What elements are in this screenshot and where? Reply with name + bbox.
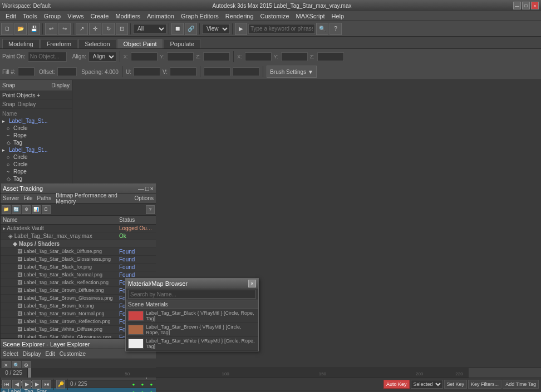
tree-item-0[interactable]: ▸ Label_Tag_St... (1, 117, 71, 125)
menu-rendering[interactable]: Rendering (222, 13, 257, 19)
asset-row-file[interactable]: ◈ Label_Tag_Star_max_vray.max Ok (1, 232, 156, 240)
minimize-btn[interactable]: — (513, 2, 521, 9)
fill-input[interactable]: 10 (18, 67, 35, 76)
menu-maxscript[interactable]: MAXScript (293, 13, 328, 19)
asset-minimize[interactable]: — (138, 185, 144, 192)
rotate-btn[interactable]: ↻ (102, 23, 115, 35)
scale-btn[interactable]: ⊡ (116, 23, 128, 35)
menu-create[interactable]: Create (87, 13, 112, 19)
scene-menu-customize[interactable]: Customize (60, 351, 86, 357)
asset-menu-file[interactable]: File (23, 195, 32, 201)
v-input[interactable]: 0.000 (170, 67, 196, 76)
asset-row-2[interactable]: 🖼 Label_Tag_Star_Black_Glossiness.png Fo… (1, 256, 156, 264)
select-btn[interactable]: ↗ (76, 23, 88, 35)
brush-settings-btn[interactable]: Brush Settings ▼ (267, 66, 317, 78)
asset-tb-1[interactable]: 📁 (2, 205, 11, 214)
x-pct[interactable]: 100 (245, 52, 272, 61)
menu-animation[interactable]: Animation (144, 13, 178, 19)
new-btn[interactable]: 🗋 (1, 23, 13, 35)
link-btn[interactable]: 🔗 (185, 23, 197, 35)
play-btn[interactable]: ▶ (22, 380, 31, 389)
z-pct[interactable]: 100 (317, 52, 344, 61)
add-time-tag-btn[interactable]: Add Time Tag (503, 380, 539, 389)
scene-menu-display[interactable]: Display (23, 351, 41, 357)
paint-object-input[interactable] (28, 52, 67, 62)
z-coord[interactable]: 0 (203, 52, 230, 61)
h-input[interactable]: 0.000 (233, 67, 259, 76)
asset-row-1[interactable]: 🖼 Label_Tag_Star_Black_Diffuse.png Found (1, 248, 156, 256)
menu-customize[interactable]: Customize (257, 13, 293, 19)
asset-row-3[interactable]: 🖼 Label_Tag_Star_Black_Ior.png Found (1, 264, 156, 271)
asset-tb-6[interactable]: ? (146, 205, 155, 214)
snap-label[interactable]: Snap (2, 82, 15, 88)
tab-selection[interactable]: Selection (78, 39, 116, 48)
asset-maximize[interactable]: □ (145, 185, 149, 192)
menu-tools[interactable]: Tools (19, 13, 41, 19)
display-label[interactable]: Display (51, 82, 70, 88)
open-btn[interactable]: 📂 (14, 23, 27, 35)
search-btn[interactable]: 🔍 (316, 23, 328, 35)
redo-btn[interactable]: ↪ (58, 23, 71, 35)
y-pct[interactable]: 100 (281, 52, 308, 61)
tab-populate[interactable]: Populate (164, 39, 200, 48)
menu-edit[interactable]: Edit (2, 13, 19, 19)
menu-views[interactable]: Views (64, 13, 87, 19)
scene-menu-edit[interactable]: Edit (46, 351, 55, 357)
menu-help[interactable]: Help (328, 13, 348, 19)
asset-menu-server[interactable]: Server (3, 195, 19, 201)
tree-item-tag-2[interactable]: ◇ Tag (1, 175, 71, 182)
key-filters-btn[interactable]: Key Filters... (468, 380, 501, 389)
mat-row-white[interactable]: Label_Tag_Star_White { VRayMtl } [Circle… (126, 337, 258, 351)
tab-freeform[interactable]: Freeform (41, 39, 78, 48)
key-mode-btn[interactable]: 🔑 (56, 380, 65, 389)
undo-btn[interactable]: ↩ (45, 23, 57, 35)
menu-modifiers[interactable]: Modifiers (112, 13, 144, 19)
timeline[interactable]: 0 / 225 0 50 100 150 200 220 (0, 368, 541, 378)
maximize-btn[interactable]: □ (522, 2, 530, 9)
search-input[interactable] (248, 24, 315, 34)
tree-item-rope-1[interactable]: ~ Rope (1, 132, 71, 139)
menu-graph-editors[interactable]: Graph Editors (178, 13, 222, 19)
asset-tb-4[interactable]: 📊 (32, 205, 41, 214)
tree-item-circle-3[interactable]: ○ Circle (1, 161, 71, 168)
next-frame-btn[interactable]: ▶ (32, 380, 41, 389)
matbrowser-close[interactable]: × (248, 280, 256, 287)
auto-key-btn[interactable]: Auto Key (383, 380, 410, 389)
tree-item-1[interactable]: ▸ Label_Tag_St... (1, 146, 71, 153)
close-btn[interactable]: × (531, 2, 539, 9)
asset-close[interactable]: × (150, 185, 154, 192)
selected-dropdown[interactable]: Selected (411, 380, 443, 389)
layer-dropdown[interactable]: All (133, 24, 166, 34)
asset-tb-5[interactable]: 🗒 (42, 205, 51, 214)
menu-group[interactable]: Group (41, 13, 65, 19)
asset-menu-paths[interactable]: Paths (37, 195, 52, 201)
tab-modeling[interactable]: Modeling (2, 39, 40, 48)
prev-frame-btn[interactable]: ◀ (12, 380, 21, 389)
view-dropdown[interactable]: View (202, 24, 230, 34)
asset-row-maps[interactable]: ◆ Maps / Shaders (1, 240, 156, 248)
u-input[interactable]: 0.000 (134, 67, 160, 76)
y-coord[interactable]: 0 (167, 52, 194, 61)
tree-item-circle-1[interactable]: ○ Circle (1, 125, 71, 132)
timeline-scrubber[interactable]: 0 50 100 150 200 220 (28, 368, 469, 378)
go-end-btn[interactable]: ⏭ (42, 380, 51, 389)
move-btn[interactable]: ✛ (89, 23, 101, 35)
timeline-thumb[interactable] (28, 368, 31, 378)
mat-row-black[interactable]: Label_Tag_Star_Black { VRayMtl } [Circle… (126, 309, 258, 323)
asset-menu-options[interactable]: Options (135, 195, 154, 201)
matbrowser-search-input[interactable] (128, 290, 256, 299)
x-coord[interactable]: 0 (131, 52, 158, 61)
magnet-btn[interactable]: 🔲 (171, 23, 184, 35)
scene-row-labeltag[interactable]: ◈ Label_Tag_Star ● ● ● (1, 388, 156, 392)
tree-item-rope-2[interactable]: ~ Rope (1, 168, 71, 175)
mat-row-brown[interactable]: Label_Tag_Star_Brown { VRayMtl } [Circle… (126, 323, 258, 337)
render-btn[interactable]: ▶ (235, 23, 247, 35)
offset-input[interactable]: 0.00 (57, 67, 77, 76)
help-btn[interactable]: ? (329, 23, 342, 35)
asset-tb-2[interactable]: 🔄 (12, 205, 21, 214)
scene-display-btn[interactable]: Display (17, 101, 36, 107)
tree-item-circle-2[interactable]: ○ Circle (1, 153, 71, 161)
asset-row-vault[interactable]: ▸ Autodesk Vault Logged Out ... (1, 225, 156, 232)
scene-menu-select[interactable]: Select (3, 351, 18, 357)
asset-menu-bitmap[interactable]: Bitmap Performance and Memory (56, 192, 130, 205)
